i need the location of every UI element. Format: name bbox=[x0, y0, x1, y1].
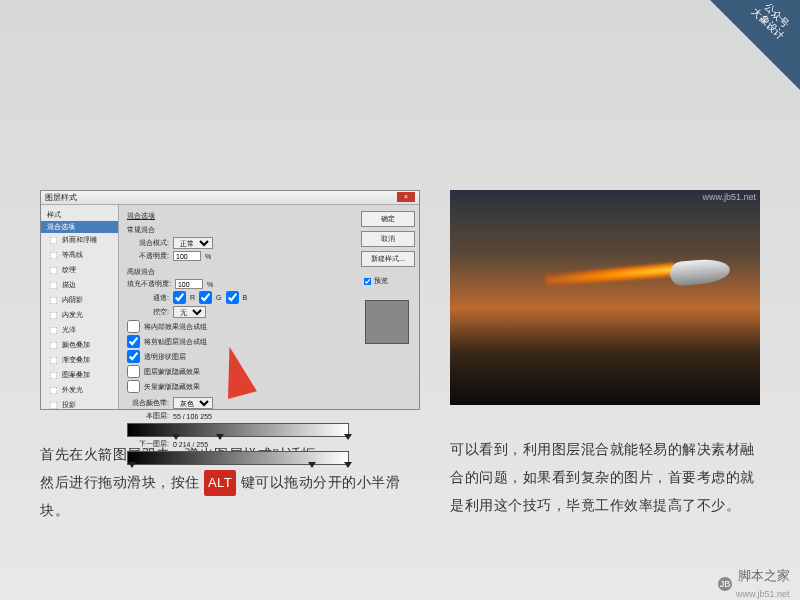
footer-logo-icon: JB bbox=[718, 577, 732, 591]
dialog-sidebar: 样式 混合选项 斜面和浮雕 等高线 纹理 描边 内阴影 内发光 光泽 颜色叠加 … bbox=[41, 205, 119, 409]
cb3[interactable] bbox=[127, 350, 140, 363]
footer-name: 脚本之家 bbox=[738, 568, 790, 583]
mode-select[interactable]: 正常 bbox=[173, 237, 213, 249]
section-general: 常规混合 bbox=[127, 225, 349, 235]
cb4[interactable] bbox=[127, 365, 140, 378]
fill-input[interactable] bbox=[175, 279, 203, 289]
footer: JB 脚本之家 www.jb51.net bbox=[718, 567, 790, 600]
under-layer-label: 下一图层: bbox=[127, 439, 169, 449]
cb2[interactable] bbox=[127, 335, 140, 348]
channels-label: 通道: bbox=[127, 293, 169, 303]
sidebar-item[interactable]: 描边 bbox=[41, 278, 118, 293]
knockout-label: 挖空: bbox=[127, 307, 169, 317]
cb5[interactable] bbox=[127, 380, 140, 393]
cb1[interactable] bbox=[127, 320, 140, 333]
sidebar-item[interactable]: 外发光 bbox=[41, 383, 118, 398]
sidebar-item[interactable]: 渐变叠加 bbox=[41, 353, 118, 368]
dialog-title: 图层样式 bbox=[45, 192, 77, 203]
knockout-select[interactable]: 无 bbox=[173, 306, 206, 318]
rocket-flame bbox=[545, 262, 676, 287]
sidebar-item[interactable]: 投影 bbox=[41, 398, 118, 413]
under-layer-vals: 0 214 / 255 bbox=[173, 441, 208, 448]
preview-swatch bbox=[365, 300, 409, 344]
sidebar-item-blend-options[interactable]: 混合选项 bbox=[41, 221, 118, 233]
blendif-select[interactable]: 灰色 bbox=[173, 397, 213, 409]
sidebar-item[interactable]: 纹理 bbox=[41, 263, 118, 278]
channel-g[interactable] bbox=[199, 291, 212, 304]
rocket-icon bbox=[669, 257, 731, 286]
channel-b[interactable] bbox=[226, 291, 239, 304]
result-photo: www.jb51.net bbox=[450, 190, 760, 405]
layer-style-dialog: 图层样式 × 样式 混合选项 斜面和浮雕 等高线 纹理 描边 内阴影 内发光 光… bbox=[40, 190, 420, 410]
sidebar-item[interactable]: 颜色叠加 bbox=[41, 338, 118, 353]
cancel-button[interactable]: 取消 bbox=[361, 231, 415, 247]
opacity-input[interactable] bbox=[173, 251, 201, 261]
sidebar-item[interactable]: 内阴影 bbox=[41, 293, 118, 308]
photo-watermark: www.jb51.net bbox=[702, 192, 756, 202]
alt-key-badge: ALT bbox=[204, 470, 236, 496]
sidebar-item[interactable]: 光泽 bbox=[41, 323, 118, 338]
this-layer-slider[interactable] bbox=[127, 423, 349, 437]
sidebar-item[interactable]: 图案叠加 bbox=[41, 368, 118, 383]
this-layer-label: 本图层: bbox=[127, 411, 169, 421]
sidebar-item[interactable]: 内发光 bbox=[41, 308, 118, 323]
blendif-label: 混合颜色带: bbox=[127, 398, 169, 408]
section-advanced: 高级混合 bbox=[127, 267, 349, 277]
preview-checkbox[interactable] bbox=[364, 278, 372, 286]
under-layer-slider[interactable] bbox=[127, 451, 349, 465]
section-blend-options: 混合选项 bbox=[127, 211, 349, 221]
opacity-label: 不透明度: bbox=[127, 251, 169, 261]
close-icon[interactable]: × bbox=[397, 192, 415, 202]
this-layer-vals: 55 / 106 255 bbox=[173, 413, 212, 420]
new-style-button[interactable]: 新建样式... bbox=[361, 251, 415, 267]
fill-label: 填充不透明度: bbox=[127, 279, 171, 289]
right-caption: 可以看到，利用图层混合就能轻易的解决素材融合的问题，如果看到复杂的图片，首要考虑… bbox=[450, 435, 760, 519]
ok-button[interactable]: 确定 bbox=[361, 211, 415, 227]
footer-url: www.jb51.net bbox=[736, 589, 790, 599]
sidebar-item[interactable]: 等高线 bbox=[41, 248, 118, 263]
sidebar-header: 样式 bbox=[41, 209, 118, 221]
sidebar-item[interactable]: 斜面和浮雕 bbox=[41, 233, 118, 248]
mode-label: 混合模式: bbox=[127, 238, 169, 248]
channel-r[interactable] bbox=[173, 291, 186, 304]
